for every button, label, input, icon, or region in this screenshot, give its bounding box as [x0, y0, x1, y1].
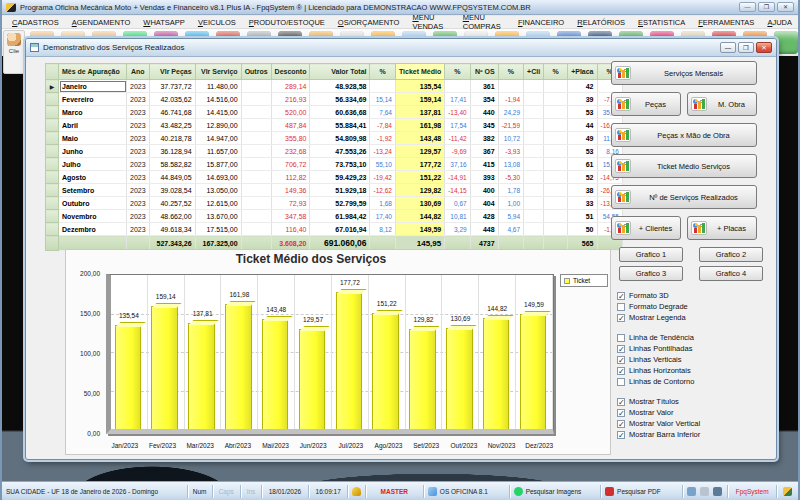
checkbox-linhas-verticais[interactable]: ✓Linhas Verticais [617, 354, 773, 365]
menu-item-financeiro[interactable]: FINANCEIRO [512, 17, 570, 28]
grafico-3-button[interactable]: Grafico 3 [619, 266, 683, 281]
row-selector[interactable] [46, 171, 59, 184]
row-selector[interactable] [46, 119, 59, 132]
menu-item-relat-rios[interactable]: RELATÓRIOS [571, 17, 631, 28]
pe-as-x-m-o-de-obra-button[interactable]: Peças x Mão de Obra [611, 123, 757, 147]
chart-bar[interactable] [336, 292, 363, 429]
table-row[interactable]: Dezembro202349.618,3417.515,00116,4067.0… [46, 223, 623, 236]
grafico-2-button[interactable]: Grafico 2 [699, 247, 763, 262]
table-row[interactable]: Abril202343.482,2512.890,00487,8455.884,… [46, 119, 623, 132]
chart-bar[interactable] [446, 328, 473, 429]
checkbox-box[interactable] [617, 378, 625, 386]
checkbox-formato-degrade[interactable]: Formato Degrade [617, 301, 773, 312]
pe-as-button[interactable]: Peças [611, 92, 681, 116]
checkbox-linha-de-tend-ncia[interactable]: Linha de Tendência [617, 332, 773, 343]
row-selector[interactable] [46, 223, 59, 236]
row-selector[interactable] [46, 132, 59, 145]
checkbox-mostrar-barra-inferior[interactable]: ✓Mostrar Barra Inferior [617, 429, 773, 440]
checkbox-mostrar-t-tulos[interactable]: ✓Mostrar Títulos [617, 396, 773, 407]
table-row[interactable]: Maio202340.218,7814.947,00355,8054.809,9… [46, 132, 623, 145]
checkbox-box[interactable]: ✓ [617, 367, 625, 375]
chart-bar[interactable] [115, 325, 142, 429]
child-window-titlebar[interactable]: Demonstrativo dos Serviços Realizados — … [26, 39, 776, 57]
column-header-: % [498, 64, 523, 80]
checkbox-linhas-de-contorno[interactable]: Linhas de Contorno [617, 376, 773, 387]
checkbox-box[interactable] [617, 334, 625, 342]
checkbox-box[interactable]: ✓ [617, 431, 625, 439]
checkbox-box[interactable]: ✓ [617, 409, 625, 417]
checkbox-linhas-horizontais[interactable]: ✓Linhas Horizontais [617, 365, 773, 376]
ticket-m-dio-servi-os-button[interactable]: Ticket Médio Serviços [611, 154, 757, 178]
checkbox-linhas-pontilhadas[interactable]: ✓Linhas Pontilhadas [617, 343, 773, 354]
row-selector[interactable]: ▶ [46, 80, 59, 93]
chart-bar[interactable] [483, 318, 510, 430]
table-row[interactable]: Fevereiro202342.035,6214.516,00216,9356.… [46, 93, 623, 106]
cell-month: Dezembro [59, 223, 127, 236]
monitor-status-icon[interactable] [713, 487, 722, 496]
table-row[interactable]: Novembro202348.662,0013.670,00347,5861.9… [46, 210, 623, 223]
menu-item-cadastros[interactable]: CADASTROS [6, 17, 65, 28]
checkbox-box[interactable]: ✓ [617, 314, 625, 322]
book-status-icon[interactable] [687, 487, 696, 496]
grafico-4-button[interactable]: Grafico 4 [699, 266, 763, 281]
chart-bar[interactable] [225, 304, 252, 429]
toolbar-icon-clients-vertical[interactable]: Clie [3, 30, 25, 74]
chart-bar[interactable] [262, 319, 289, 429]
row-selector[interactable] [46, 93, 59, 106]
minimize-button[interactable]: — [739, 2, 756, 12]
table-row[interactable]: Julho202358.582,8215.877,00706,7273.753,… [46, 158, 623, 171]
row-selector[interactable] [46, 106, 59, 119]
checkbox-mostrar-valor-vertical[interactable]: ✓Mostrar Valor Vertical [617, 418, 773, 429]
m-obra-button[interactable]: M. Obra [687, 92, 757, 116]
chart-bar[interactable] [372, 313, 399, 429]
row-selector[interactable] [46, 197, 59, 210]
table-row[interactable]: Setembro202339.028,5413.050,00149,3651.9… [46, 184, 623, 197]
checkbox-mostrar-legenda[interactable]: ✓Mostrar Legenda [617, 312, 773, 323]
menu-item-veiculos[interactable]: VEICULOS [192, 17, 242, 28]
menu-item-whatsapp[interactable]: WHATSAPP [137, 17, 191, 28]
checkbox-box[interactable]: ✓ [617, 292, 625, 300]
cell-num: 48.662,00 [149, 210, 195, 223]
grafico-1-button[interactable]: Grafico 1 [619, 247, 683, 262]
table-row[interactable]: ▶Janeiro202337.737,7211.480,00289,1448.9… [46, 80, 623, 93]
n-de-servi-os-realizados-button[interactable]: Nº de Serviços Realizados [611, 185, 757, 209]
chart-bar[interactable] [151, 306, 178, 429]
checkbox-box[interactable]: ✓ [617, 345, 625, 353]
menu-item-produto-estoque[interactable]: PRODUTO/ESTOQUE [243, 17, 331, 28]
servi-os-mensais-button[interactable]: Serviços Mensais [611, 61, 757, 85]
row-selector[interactable] [46, 184, 59, 197]
checkbox-box[interactable]: ✓ [617, 356, 625, 364]
chart-bar[interactable] [520, 314, 547, 429]
chart-bar[interactable] [188, 323, 215, 429]
search-pdf-button[interactable]: Pesquisar PDF [601, 485, 683, 498]
menu-item-ajuda[interactable]: AJUDA [761, 17, 798, 28]
toolbar-exit-icon[interactable] [774, 31, 798, 54]
checkbox-formato-3d[interactable]: ✓Formato 3D [617, 290, 773, 301]
table-row[interactable]: Outubro202340.257,5212.615,0072,9352.799… [46, 197, 623, 210]
row-selector[interactable] [46, 145, 59, 158]
checkbox-box[interactable]: ✓ [617, 398, 625, 406]
placas-button[interactable]: + Placas [687, 216, 757, 240]
menu-item-estatistica[interactable]: ESTATISTICA [632, 17, 691, 28]
maximize-button[interactable]: ❐ [758, 2, 775, 12]
row-selector[interactable] [46, 210, 59, 223]
menu-item-ferramentas[interactable]: FERRAMENTAS [692, 17, 760, 28]
clientes-button[interactable]: + Clientes [611, 216, 681, 240]
table-row[interactable]: Junho202336.128,9411.657,00232,6847.553,… [46, 145, 623, 158]
row-selector[interactable] [46, 158, 59, 171]
table-row[interactable]: Agosto202344.849,0514.693,00112,8259.429… [46, 171, 623, 184]
chart-bar[interactable] [409, 329, 436, 429]
child-minimize-button[interactable]: — [720, 42, 736, 53]
table-row[interactable]: Marco202346.741,6814.415,00520,0060.636,… [46, 106, 623, 119]
printer-status-icon[interactable] [700, 487, 709, 496]
search-images-button[interactable]: Pesquisar Imagens [510, 485, 601, 498]
menu-item-agendamento[interactable]: AGENDAMENTO [66, 17, 137, 28]
chart-bar[interactable] [299, 329, 326, 429]
menu-item-os-or-amento[interactable]: OS/ORÇAMENTO [332, 17, 406, 28]
child-close-button[interactable]: ✕ [756, 42, 772, 53]
close-button[interactable]: ✕ [777, 2, 794, 12]
checkbox-mostrar-valor[interactable]: ✓Mostrar Valor [617, 407, 773, 418]
child-maximize-button[interactable]: ❐ [738, 42, 754, 53]
checkbox-box[interactable] [617, 303, 625, 311]
checkbox-box[interactable]: ✓ [617, 420, 625, 428]
